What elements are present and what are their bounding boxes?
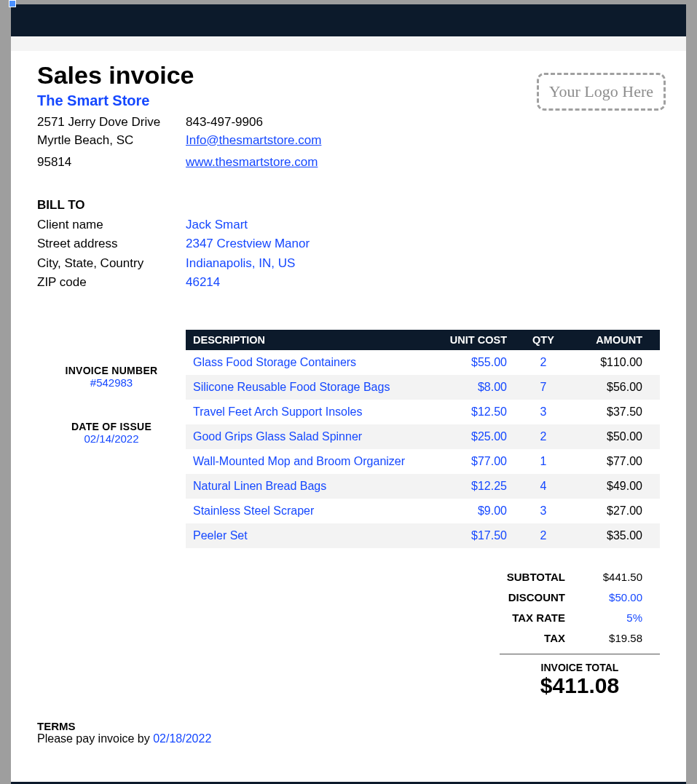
cell-qty: 3 bbox=[514, 400, 572, 424]
cell-qty: 2 bbox=[514, 424, 572, 449]
cell-unit-cost: $55.00 bbox=[427, 350, 514, 375]
discount-label: DISCOUNT bbox=[463, 587, 587, 608]
date-of-issue-value: 02/14/2022 bbox=[37, 432, 186, 445]
col-qty: QTY bbox=[514, 330, 572, 350]
bill-to-street-value: 2347 Crestview Manor bbox=[186, 234, 310, 253]
invoice-total-value: $411.08 bbox=[500, 673, 660, 698]
bill-to-block: BILL TO Client name Jack Smart Street ad… bbox=[37, 198, 660, 292]
bill-to-client-label: Client name bbox=[37, 215, 186, 234]
table-row: Good Grips Glass Salad Spinner$25.002$50… bbox=[186, 424, 660, 449]
cell-description: Natural Linen Bread Bags bbox=[186, 474, 427, 499]
cell-amount: $56.00 bbox=[572, 375, 660, 400]
tax-value: $19.58 bbox=[587, 628, 660, 649]
table-row: Glass Food Storage Containers$55.002$110… bbox=[186, 350, 660, 375]
bill-to-city-label: City, State, Country bbox=[37, 254, 186, 273]
cell-qty: 1 bbox=[514, 449, 572, 474]
table-row: Travel Feet Arch Support Insoles$12.503$… bbox=[186, 400, 660, 424]
cell-amount: $110.00 bbox=[572, 350, 660, 375]
line-items-table: DESCRIPTION UNIT COST QTY AMOUNT Glass F… bbox=[186, 330, 660, 548]
bill-to-heading: BILL TO bbox=[37, 198, 660, 213]
table-row: Peeler Set$17.502$35.00 bbox=[186, 523, 660, 548]
bill-to-client-value: Jack Smart bbox=[186, 215, 248, 234]
cell-description: Travel Feet Arch Support Insoles bbox=[186, 400, 427, 424]
col-description: DESCRIPTION bbox=[186, 330, 427, 350]
cell-unit-cost: $17.50 bbox=[427, 523, 514, 548]
date-of-issue-label: DATE OF ISSUE bbox=[37, 421, 186, 432]
cell-description: Silicone Reusable Food Storage Bags bbox=[186, 375, 427, 400]
cell-qty: 2 bbox=[514, 350, 572, 375]
taxrate-value: 5% bbox=[587, 608, 660, 628]
col-amount: AMOUNT bbox=[572, 330, 660, 350]
cell-qty: 3 bbox=[514, 499, 572, 523]
terms-prefix: Please pay invoice by bbox=[37, 732, 153, 745]
cell-unit-cost: $12.25 bbox=[427, 474, 514, 499]
table-row: Natural Linen Bread Bags$12.254$49.00 bbox=[186, 474, 660, 499]
totals-block: SUBTOTAL $441.50 DISCOUNT $50.00 TAX RAT… bbox=[186, 567, 660, 698]
cell-unit-cost: $8.00 bbox=[427, 375, 514, 400]
cell-unit-cost: $9.00 bbox=[427, 499, 514, 523]
invoice-number-value: #542983 bbox=[37, 376, 186, 389]
cell-amount: $27.00 bbox=[572, 499, 660, 523]
cell-unit-cost: $25.00 bbox=[427, 424, 514, 449]
discount-value: $50.00 bbox=[587, 587, 660, 608]
table-row: Stainless Steel Scraper$9.003$27.00 bbox=[186, 499, 660, 523]
table-row: Silicone Reusable Food Storage Bags$8.00… bbox=[186, 375, 660, 400]
bill-to-city-value: Indianapolis, IN, US bbox=[186, 254, 295, 273]
company-address-2: Myrtle Beach, SC bbox=[37, 132, 186, 150]
totals-divider bbox=[500, 654, 660, 654]
terms-date: 02/18/2022 bbox=[153, 732, 211, 745]
bill-to-zip-value: 46214 bbox=[186, 273, 220, 292]
cell-description: Wall-Mounted Mop and Broom Organizer bbox=[186, 449, 427, 474]
cell-amount: $77.00 bbox=[572, 449, 660, 474]
cell-description: Good Grips Glass Salad Spinner bbox=[186, 424, 427, 449]
logo-placeholder[interactable]: Your Logo Here bbox=[537, 73, 666, 111]
company-zip: 95814 bbox=[37, 154, 186, 172]
terms-block: TERMS Please pay invoice by 02/18/2022 bbox=[37, 720, 660, 745]
taxrate-label: TAX RATE bbox=[463, 608, 587, 628]
cell-unit-cost: $12.50 bbox=[427, 400, 514, 424]
terms-heading: TERMS bbox=[37, 720, 660, 732]
cell-qty: 2 bbox=[514, 523, 572, 548]
invoice-sheet: Your Logo Here Sales invoice The Smart S… bbox=[11, 51, 686, 782]
invoice-total-label: INVOICE TOTAL bbox=[500, 662, 660, 673]
top-bar bbox=[11, 4, 686, 36]
cell-qty: 7 bbox=[514, 375, 572, 400]
table-row: Wall-Mounted Mop and Broom Organizer$77.… bbox=[186, 449, 660, 474]
company-website-link[interactable]: www.thesmartstore.com bbox=[186, 155, 318, 169]
cell-qty: 4 bbox=[514, 474, 572, 499]
document-page: Your Logo Here Sales invoice The Smart S… bbox=[11, 4, 686, 784]
cell-amount: $37.50 bbox=[572, 400, 660, 424]
tax-label: TAX bbox=[463, 628, 587, 649]
company-email-link[interactable]: Info@thesmartstore.com bbox=[186, 133, 321, 147]
bill-to-street-label: Street address bbox=[37, 234, 186, 253]
subtotal-label: SUBTOTAL bbox=[463, 567, 587, 587]
invoice-meta: INVOICE NUMBER #542983 DATE OF ISSUE 02/… bbox=[37, 330, 186, 698]
cell-amount: $35.00 bbox=[572, 523, 660, 548]
subtotal-value: $441.50 bbox=[587, 567, 660, 587]
bill-to-zip-label: ZIP code bbox=[37, 273, 186, 292]
company-address-1: 2571 Jerry Dove Drive bbox=[37, 114, 186, 132]
cell-description: Glass Food Storage Containers bbox=[186, 350, 427, 375]
cell-description: Peeler Set bbox=[186, 523, 427, 548]
cell-description: Stainless Steel Scraper bbox=[186, 499, 427, 523]
cell-amount: $50.00 bbox=[572, 424, 660, 449]
cell-amount: $49.00 bbox=[572, 474, 660, 499]
cell-unit-cost: $77.00 bbox=[427, 449, 514, 474]
col-unit-cost: UNIT COST bbox=[427, 330, 514, 350]
company-phone: 843-497-9906 bbox=[186, 114, 321, 132]
invoice-number-label: INVOICE NUMBER bbox=[37, 365, 186, 376]
selection-handle[interactable] bbox=[9, 0, 16, 7]
